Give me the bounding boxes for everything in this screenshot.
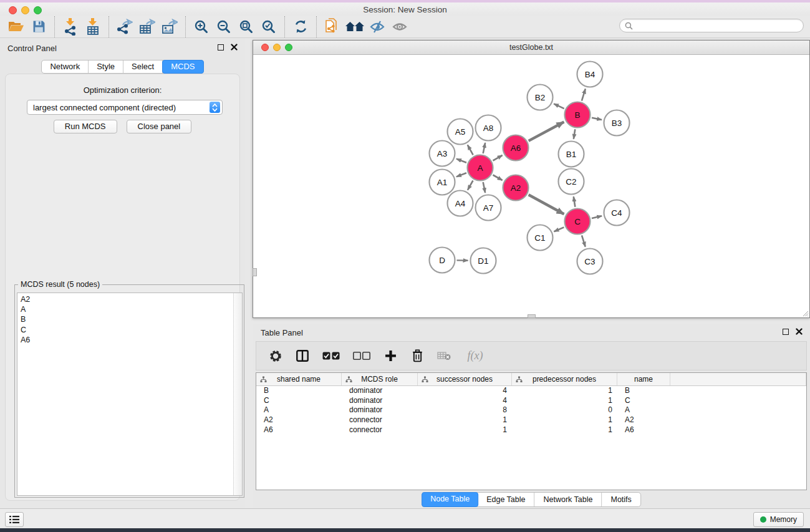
save-session-icon[interactable] <box>27 16 50 37</box>
table-row[interactable]: A6connector11A6 <box>256 425 806 435</box>
close-panel-icon[interactable] <box>796 328 803 335</box>
search-field[interactable] <box>619 19 804 32</box>
tab-select[interactable]: Select <box>123 60 163 73</box>
graph-node-C[interactable]: C <box>565 209 591 235</box>
graph-node-A3[interactable]: A3 <box>430 141 455 167</box>
export-image-icon[interactable] <box>158 16 181 37</box>
column-header-shared-name[interactable]: shared name <box>256 373 342 385</box>
graph-node-A8[interactable]: A8 <box>476 115 501 141</box>
refresh-icon[interactable] <box>289 16 312 37</box>
zoom-in-icon[interactable] <box>190 16 213 37</box>
graph-edge-A-A4[interactable] <box>468 180 473 190</box>
graph-edge-C-C4[interactable] <box>592 216 602 218</box>
column-header-successor-nodes[interactable]: successor nodes <box>418 373 512 385</box>
mcds-result-item[interactable]: B <box>17 314 242 324</box>
graph-edge-A-A7[interactable] <box>483 182 485 193</box>
mcds-result-item[interactable]: A2 <box>17 294 242 304</box>
graph-node-A4[interactable]: A4 <box>448 191 473 216</box>
vertical-scroll-knob[interactable] <box>253 268 257 276</box>
graph-edge-B-B3[interactable] <box>592 118 602 120</box>
select-all-columns-icon[interactable] <box>321 348 341 364</box>
table-row[interactable]: Adominator80A <box>256 405 806 415</box>
graph-edge-A-A5[interactable] <box>468 145 473 155</box>
scrollbar[interactable] <box>233 293 242 495</box>
horizontal-scroll-knob[interactable] <box>528 314 536 318</box>
close-panel-icon[interactable] <box>231 44 238 51</box>
open-session-icon[interactable] <box>5 16 27 37</box>
graph-node-B4[interactable]: B4 <box>577 62 603 87</box>
delete-column-trash-icon[interactable] <box>409 348 425 364</box>
criterion-dropdown[interactable]: largest connected component (directed) <box>27 100 223 115</box>
zoom-out-icon[interactable] <box>213 16 235 37</box>
tab-style[interactable]: Style <box>89 60 123 73</box>
unselect-all-columns-icon[interactable] <box>352 348 372 364</box>
network-window-titlebar[interactable]: testGlobe.txt <box>253 41 809 55</box>
column-header-predecessor-nodes[interactable]: predecessor nodes <box>512 373 617 385</box>
resize-grip-icon[interactable] <box>801 309 809 317</box>
mcds-result-list[interactable]: A2ABCA6 <box>17 293 243 496</box>
close-panel-button[interactable]: Close panel <box>127 120 192 133</box>
tab-mcds[interactable]: MCDS <box>162 60 203 74</box>
graph-node-A[interactable]: A <box>468 155 493 181</box>
tab-motifs[interactable]: Motifs <box>602 493 640 506</box>
graph-edge-A2-C[interactable] <box>529 195 564 214</box>
tab-network-table[interactable]: Network Table <box>535 493 602 506</box>
graph-edge-A-A8[interactable] <box>483 143 485 153</box>
create-column-plus-icon[interactable] <box>382 348 398 364</box>
graph-edge-A-A6[interactable] <box>493 155 502 161</box>
export-network-icon[interactable] <box>113 16 136 37</box>
float-panel-icon[interactable] <box>783 329 789 335</box>
zoom-fit-icon[interactable] <box>235 16 258 37</box>
graph-edge-A-A1[interactable] <box>456 173 466 177</box>
graph-node-B[interactable]: B <box>565 102 591 128</box>
graph-node-A2[interactable]: A2 <box>503 175 529 201</box>
graph-edge-C-C1[interactable] <box>554 227 564 231</box>
graph-node-D[interactable]: D <box>430 248 455 273</box>
graph-edge-B-B4[interactable] <box>582 89 586 100</box>
graph-node-B3[interactable]: B3 <box>604 110 630 136</box>
graph-node-C3[interactable]: C3 <box>577 249 603 274</box>
mcds-result-item[interactable]: A6 <box>17 335 242 345</box>
mcds-result-item[interactable]: A <box>17 304 242 314</box>
graph-node-A1[interactable]: A1 <box>430 170 455 195</box>
import-table-icon[interactable] <box>82 16 104 37</box>
graph-node-C4[interactable]: C4 <box>604 200 630 226</box>
graph-edge-C-C3[interactable] <box>582 235 586 246</box>
graph-edge-A-A3[interactable] <box>456 159 466 163</box>
tab-network[interactable]: Network <box>42 60 89 73</box>
graph-node-C2[interactable]: C2 <box>559 169 584 195</box>
memory-button[interactable]: Memory <box>753 512 804 527</box>
show-all-networks-icon[interactable] <box>344 16 366 37</box>
column-header-name[interactable]: name <box>617 373 670 385</box>
column-header-MCDS-role[interactable]: MCDS role <box>342 373 418 385</box>
graph-node-C1[interactable]: C1 <box>528 225 553 251</box>
table-row[interactable]: Cdominator41C <box>256 396 806 406</box>
graph-node-A6[interactable]: A6 <box>503 135 529 161</box>
network-canvas[interactable]: B4B2BB3A8A5A6A3B1AC2A1A2A4A7C4CC1DD1C3 <box>253 55 809 317</box>
graph-node-B1[interactable]: B1 <box>559 142 584 167</box>
graph-edge-B-B2[interactable] <box>554 104 564 109</box>
task-history-button[interactable] <box>5 512 24 527</box>
import-network-icon[interactable] <box>59 16 82 37</box>
search-input[interactable] <box>636 21 792 30</box>
run-mcds-button[interactable]: Run MCDS <box>54 120 117 133</box>
graph-edge-C-C2[interactable] <box>574 196 576 207</box>
table-row[interactable]: A2connector11A2 <box>256 415 806 425</box>
mcds-result-item[interactable]: C <box>17 325 242 335</box>
tab-edge-table[interactable]: Edge Table <box>478 493 534 506</box>
graph-edge-A-A2[interactable] <box>493 175 502 181</box>
float-panel-icon[interactable] <box>218 44 224 51</box>
export-table-icon[interactable] <box>136 16 158 37</box>
graph-edge-A6-B[interactable] <box>529 122 564 141</box>
zoom-selected-icon[interactable] <box>258 16 280 37</box>
show-graphics-details-icon[interactable] <box>388 16 411 37</box>
graph-node-D1[interactable]: D1 <box>471 248 496 274</box>
function-builder-icon[interactable]: f(x) <box>463 348 488 364</box>
table-settings-gear-icon[interactable] <box>268 348 284 364</box>
new-network-icon[interactable] <box>321 16 344 37</box>
show-column-panel-icon[interactable] <box>294 348 311 364</box>
delete-table-icon[interactable] <box>436 348 452 364</box>
graph-node-A7[interactable]: A7 <box>476 195 501 221</box>
hide-graphics-details-icon[interactable] <box>366 16 388 37</box>
graph-node-B2[interactable]: B2 <box>528 85 553 110</box>
